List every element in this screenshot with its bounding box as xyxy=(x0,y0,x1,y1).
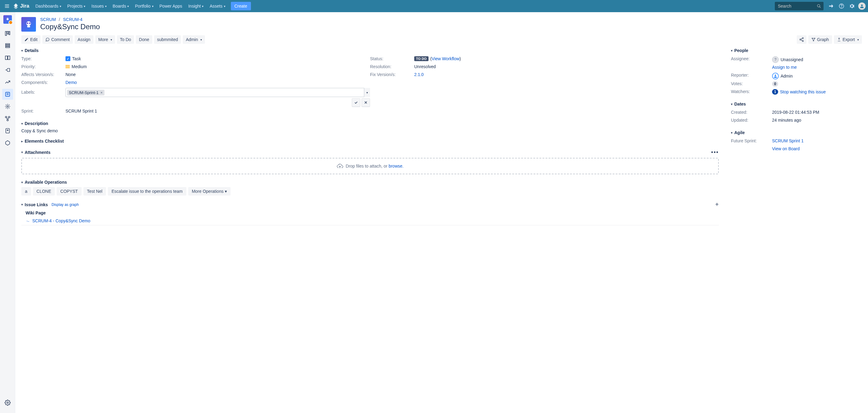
description-header[interactable]: ▾Description xyxy=(21,121,719,126)
svg-line-4 xyxy=(819,7,821,8)
svg-line-45 xyxy=(813,39,814,40)
help-icon[interactable] xyxy=(837,2,846,11)
details-header[interactable]: ▾Details xyxy=(21,48,719,53)
agile-header[interactable]: ▾Agile xyxy=(731,130,862,135)
nav-dashboards[interactable]: Dashboards▾ xyxy=(32,0,64,12)
sidebar-active-sprints-icon[interactable] xyxy=(2,52,13,63)
op-copyst-button[interactable]: COPYST xyxy=(57,187,82,196)
chevron-down-icon: ▾ xyxy=(731,49,733,52)
create-button[interactable]: Create xyxy=(231,2,251,10)
settings-icon[interactable] xyxy=(847,2,857,11)
sidebar-issues-icon[interactable] xyxy=(2,89,13,100)
op-escalate-button[interactable]: Escalate issue to the operations team xyxy=(108,187,186,196)
sidebar-project-settings-icon[interactable] xyxy=(2,397,13,408)
remove-label-icon[interactable]: × xyxy=(100,90,103,95)
op-testnel-button[interactable]: Test Nel xyxy=(84,187,106,196)
nav-portfolio[interactable]: Portfolio▾ xyxy=(132,0,156,12)
sidebar-structure-icon[interactable] xyxy=(2,125,13,136)
search-input[interactable] xyxy=(775,2,824,10)
labels-cancel-button[interactable] xyxy=(362,98,370,107)
labels-input[interactable]: SCRUM-Sprint-1 × xyxy=(65,88,370,97)
sidebar-components-icon[interactable] xyxy=(2,101,13,112)
svg-rect-48 xyxy=(65,66,70,67)
attachments-more-icon[interactable]: ••• xyxy=(711,149,719,156)
issue-link-text[interactable]: SCRUM-4 - Copy&Sync Demo xyxy=(32,218,90,223)
svg-rect-14 xyxy=(5,43,9,44)
app-switcher-icon[interactable] xyxy=(2,2,11,11)
reporter-value: Admin xyxy=(781,74,793,78)
operations-header[interactable]: ▾Available Operations xyxy=(21,180,719,184)
assign-button[interactable]: Assign xyxy=(74,35,93,44)
breadcrumb-project[interactable]: SCRUM xyxy=(40,17,56,22)
svg-point-25 xyxy=(7,119,8,121)
stop-watching-link[interactable]: Stop watching this issue xyxy=(780,90,826,94)
affects-value: None xyxy=(65,72,370,77)
view-workflow-link[interactable]: View Workflow xyxy=(432,56,459,61)
feedback-icon[interactable] xyxy=(827,2,836,11)
svg-point-43 xyxy=(813,40,813,41)
share-button[interactable] xyxy=(797,35,806,44)
nav-issues[interactable]: Issues▾ xyxy=(88,0,109,12)
future-sprint-value[interactable]: SCRUM Sprint 1 xyxy=(772,138,803,143)
sidebar-releases-icon[interactable] xyxy=(2,65,13,75)
op-a-button[interactable]: a xyxy=(21,187,31,196)
svg-rect-17 xyxy=(5,56,7,60)
caret-icon: ▾ xyxy=(111,38,112,41)
transition-done-button[interactable]: Done xyxy=(136,35,152,44)
fixversion-value[interactable]: 2.1.0 xyxy=(414,72,424,77)
edit-button[interactable]: Edit xyxy=(21,35,40,44)
display-as-graph-link[interactable]: Display as graph xyxy=(52,203,79,207)
transition-todo-button[interactable]: To Do xyxy=(117,35,134,44)
nav-projects[interactable]: Projects▾ xyxy=(64,0,89,12)
graph-button[interactable]: Graph xyxy=(808,35,832,44)
components-value[interactable]: Demo xyxy=(65,80,77,85)
operations-section: ▾Available Operations a CLONE COPYST Tes… xyxy=(21,180,719,196)
nav-insight[interactable]: Insight▾ xyxy=(185,0,207,12)
nav-powerapps[interactable]: Power Apps xyxy=(157,0,185,12)
svg-point-7 xyxy=(861,5,863,6)
user-avatar[interactable] xyxy=(858,2,866,10)
project-avatar[interactable] xyxy=(3,15,12,24)
labels-dropdown-icon[interactable]: ▾ xyxy=(364,88,370,97)
assignee-label: Assignee: xyxy=(731,56,772,61)
fixversion-label: Fix Version/s: xyxy=(370,72,414,77)
chevron-down-icon: ▾ xyxy=(21,181,23,184)
sidebar-reports-icon[interactable] xyxy=(2,77,13,88)
browse-link[interactable]: browse. xyxy=(389,164,404,169)
export-button[interactable]: Export▾ xyxy=(834,35,862,44)
dates-header[interactable]: ▾Dates xyxy=(731,102,862,106)
sidebar-backlog-icon[interactable] xyxy=(2,40,13,51)
sidebar-addons-icon[interactable] xyxy=(2,113,13,124)
reporter-label: Reporter: xyxy=(731,73,772,77)
checklist-header[interactable]: ▸Elements Checklist xyxy=(21,139,719,143)
svg-line-40 xyxy=(801,40,802,41)
more-button[interactable]: More▾ xyxy=(95,35,115,44)
view-on-board-link[interactable]: View on Board xyxy=(772,146,800,151)
people-header[interactable]: ▾People xyxy=(731,48,862,53)
attachments-dropzone[interactable]: Drop files to attach, or browse. xyxy=(21,158,719,174)
unassigned-avatar-icon: ? xyxy=(772,56,779,63)
future-sprint-label: Future Sprint: xyxy=(731,138,772,143)
sidebar-settings-icon[interactable] xyxy=(2,137,13,148)
breadcrumb-issue[interactable]: SCRUM-4 xyxy=(63,17,83,22)
op-more-button[interactable]: More Operations▾ xyxy=(188,187,230,196)
transition-submitted-button[interactable]: submmited xyxy=(154,35,181,44)
labels-confirm-button[interactable] xyxy=(352,98,360,107)
nav-boards[interactable]: Boards▾ xyxy=(110,0,132,12)
assign-to-me-link[interactable]: Assign to me xyxy=(772,65,797,70)
admin-button[interactable]: Admin▾ xyxy=(183,35,205,44)
upload-cloud-icon xyxy=(337,163,343,169)
comment-button[interactable]: Comment xyxy=(42,35,73,44)
jira-logo[interactable]: Jira xyxy=(13,3,29,9)
labels-label: Labels: xyxy=(21,88,65,95)
caret-icon: ▾ xyxy=(84,5,85,8)
op-clone-button[interactable]: CLONE xyxy=(33,187,55,196)
attachments-header[interactable]: ▾ Attachments ••• xyxy=(21,149,719,156)
nav-assets[interactable]: Assets▾ xyxy=(207,0,228,12)
votes-count: 0 xyxy=(772,81,778,87)
add-link-icon[interactable]: + xyxy=(715,201,719,208)
issue-links-header[interactable]: ▾ Issue Links Display as graph + xyxy=(21,201,719,208)
sidebar-board-icon[interactable] xyxy=(2,28,13,39)
chevron-down-icon: ▾ xyxy=(21,49,23,52)
assignee-value: Unassigned xyxy=(781,57,803,62)
